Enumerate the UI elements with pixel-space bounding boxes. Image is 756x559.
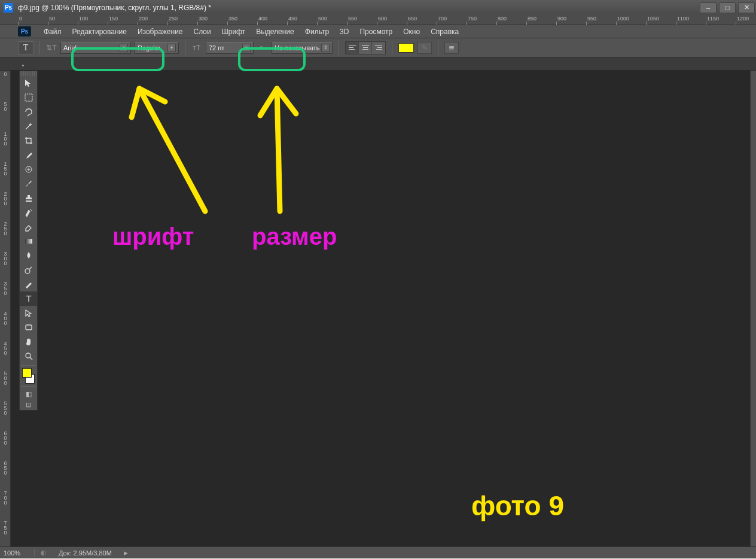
ruler-vertical[interactable]: 0501001502002503003504004505005506006507… (0, 71, 11, 546)
ruler-tick-label: 1050 (647, 16, 659, 22)
font-size-value: 72 пт (209, 44, 224, 51)
align-left-button[interactable] (346, 42, 359, 54)
menu-3d[interactable]: 3D (334, 28, 354, 36)
annotation-font-label: шрифт (112, 223, 194, 250)
zoom-level[interactable]: 100% (0, 549, 35, 557)
tool-brush[interactable] (20, 177, 37, 191)
menu-справка[interactable]: Справка (425, 28, 464, 36)
menu-файл[interactable]: Файл (38, 28, 67, 36)
close-button[interactable]: ✕ (738, 2, 755, 13)
ruler-tick-label: 400 (1, 311, 10, 326)
play-icon[interactable]: ▶ (124, 550, 128, 556)
tool-crop[interactable] (20, 133, 37, 148)
tab-expand-icon: » (22, 63, 24, 68)
align-right-button[interactable] (372, 42, 385, 54)
window-title: ф9.jpg @ 100% (Прямоугольник, скругл. уг… (17, 4, 699, 12)
antialias-dropdown[interactable]: Не показывать ⇕ (272, 42, 333, 54)
document-tabbar: » (0, 57, 756, 71)
options-bar: T ⇅T Arial ▾ Regular ▾ тT 72 пт ▾ aₐ Не … (0, 38, 756, 57)
minimize-button[interactable]: – (700, 2, 717, 13)
tool-eraser[interactable] (20, 220, 37, 234)
tool-wand[interactable] (20, 119, 37, 133)
warp-text-button[interactable]: ✎ (417, 42, 432, 54)
tool-history[interactable] (20, 205, 37, 220)
ruler-tick-label: 450 (288, 16, 297, 22)
ruler-tick-label: 50 (49, 16, 55, 22)
tool-pen[interactable] (20, 277, 37, 291)
tool-type[interactable]: T (20, 291, 37, 306)
antialias-icon: aₐ (257, 42, 268, 53)
character-panel-button[interactable]: ≣ (444, 42, 459, 54)
color-swatches[interactable] (22, 368, 35, 384)
ps-badge-icon: Ps (18, 26, 31, 37)
tool-path[interactable] (20, 306, 37, 320)
ruler-tick-label: 1200 (737, 16, 749, 22)
ruler-tick-label: 1000 (617, 16, 629, 22)
menubar: Ps ФайлРедактированиеИзображениеСлоиШриф… (0, 25, 756, 38)
ruler-tick-label: 600 (378, 16, 387, 22)
tool-zoom[interactable] (20, 349, 37, 363)
tool-blur[interactable] (20, 248, 37, 263)
menu-фильтр[interactable]: Фильтр (300, 28, 334, 36)
ruler-tick-label: 0 (1, 72, 10, 77)
canvas[interactable]: шрифт размер фото 9 (11, 71, 756, 546)
chevron-down-icon: ▾ (120, 44, 128, 52)
panel-collapse-strip[interactable] (750, 71, 756, 546)
menu-просмотр[interactable]: Просмотр (354, 28, 398, 36)
document-tab[interactable]: » (18, 61, 28, 70)
ruler-tick-label: 550 (1, 401, 10, 415)
chevron-updown-icon: ⇕ (321, 44, 330, 52)
screenmode-button[interactable]: ⊡ (20, 399, 37, 410)
tool-shape[interactable] (20, 320, 37, 335)
tool-stamp[interactable] (20, 191, 37, 205)
menu-редактирование[interactable]: Редактирование (67, 28, 132, 36)
ruler-tick-label: 150 (1, 162, 10, 176)
align-center-button[interactable] (359, 42, 372, 54)
tool-move[interactable] (20, 76, 37, 90)
text-color-swatch[interactable] (398, 43, 414, 53)
font-size-icon: тT (191, 42, 202, 53)
chevron-down-icon: ▾ (242, 44, 251, 52)
maximize-button[interactable]: □ (719, 2, 736, 13)
quickmask-button[interactable]: ◧ (20, 388, 37, 399)
menu-выделение[interactable]: Выделение (251, 28, 300, 36)
ruler-tick-label: 250 (169, 16, 178, 22)
ruler-horizontal[interactable]: 0501001502002503003504004505005506006507… (0, 15, 756, 25)
menu-шрифт[interactable]: Шрифт (217, 28, 251, 36)
svg-point-3 (25, 269, 30, 274)
font-weight-value: Regular (138, 44, 161, 51)
ruler-tick-label: 750 (468, 16, 477, 22)
statusbar: 100% ◐ Док: 2,95M/3,80M ▶ (0, 546, 756, 558)
font-weight-dropdown[interactable]: Regular ▾ (135, 42, 179, 54)
font-family-dropdown[interactable]: Arial ▾ (60, 42, 131, 54)
font-size-dropdown[interactable]: 72 пт ▾ (206, 42, 254, 54)
text-orientation-icon[interactable]: ⇅T (46, 42, 57, 53)
arrow-size-annotation (247, 83, 307, 220)
ruler-tick-label: 300 (1, 251, 10, 266)
ruler-tick-label: 400 (258, 16, 267, 22)
ruler-tick-label: 50 (1, 102, 10, 111)
ruler-tick-label: 200 (1, 192, 10, 206)
tool-dodge[interactable] (20, 263, 37, 277)
ruler-tick-label: 700 (438, 16, 447, 22)
menu-слои[interactable]: Слои (188, 28, 217, 36)
menu-изображение[interactable]: Изображение (132, 28, 188, 36)
ruler-tick-label: 800 (498, 16, 507, 22)
panel-grip[interactable] (20, 71, 37, 76)
workspace: 0501001502002503003504004505005506006507… (0, 71, 756, 546)
tool-indicator[interactable]: T (18, 41, 33, 54)
tool-eyedropper[interactable] (20, 148, 37, 162)
ruler-tick-label: 700 (1, 491, 10, 505)
tool-lasso[interactable] (20, 105, 37, 119)
tool-hand[interactable] (20, 335, 37, 349)
arrow-font-annotation (112, 83, 220, 220)
menu-окно[interactable]: Окно (398, 28, 425, 36)
tool-heal[interactable] (20, 162, 37, 177)
text-align-group (345, 41, 386, 54)
ruler-tick-label: 150 (109, 16, 118, 22)
ruler-tick-label: 900 (557, 16, 566, 22)
foreground-color[interactable] (22, 368, 32, 378)
tool-gradient[interactable] (20, 234, 37, 248)
tool-marquee[interactable] (20, 90, 37, 105)
ruler-tick-label: 850 (528, 16, 536, 22)
